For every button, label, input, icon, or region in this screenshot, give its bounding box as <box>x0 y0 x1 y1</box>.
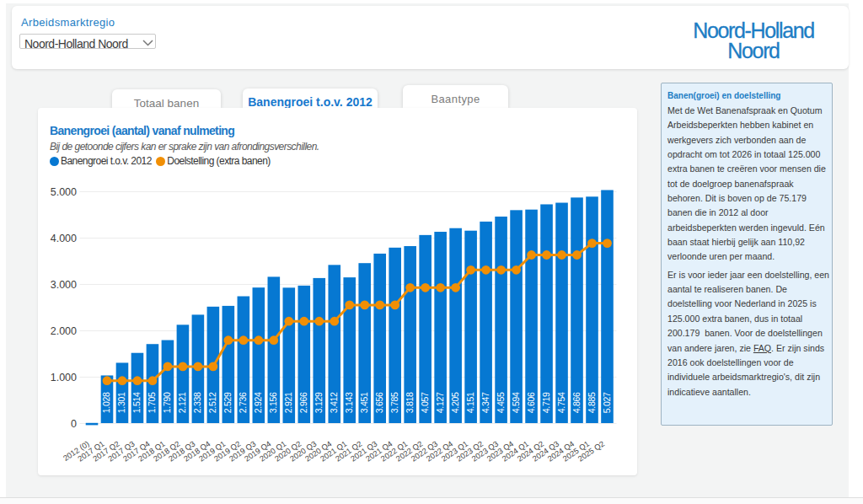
svg-text:4.151: 4.151 <box>465 392 475 413</box>
svg-text:2.338: 2.338 <box>192 392 202 413</box>
svg-text:1.301: 1.301 <box>116 392 126 413</box>
svg-text:3.818: 3.818 <box>405 392 415 413</box>
svg-text:4.057: 4.057 <box>420 392 430 413</box>
svg-text:1.790: 1.790 <box>162 392 172 413</box>
svg-text:2.512: 2.512 <box>207 392 217 413</box>
svg-text:4.127: 4.127 <box>435 392 445 413</box>
svg-text:3.143: 3.143 <box>344 392 354 413</box>
svg-text:3.412: 3.412 <box>329 392 339 413</box>
svg-text:1.000: 1.000 <box>51 372 77 383</box>
svg-text:1.705: 1.705 <box>147 392 157 413</box>
svg-text:3.785: 3.785 <box>389 392 399 413</box>
svg-text:4.885: 4.885 <box>587 392 597 413</box>
svg-text:4.866: 4.866 <box>571 392 582 413</box>
svg-text:4.719: 4.719 <box>541 392 551 413</box>
svg-text:0: 0 <box>71 418 77 430</box>
svg-text:5.027: 5.027 <box>602 392 612 413</box>
svg-text:4.347: 4.347 <box>480 392 490 413</box>
svg-text:3.656: 3.656 <box>374 392 384 413</box>
svg-text:5.000: 5.000 <box>51 186 77 198</box>
svg-text:2.736: 2.736 <box>238 392 248 413</box>
svg-text:4.754: 4.754 <box>556 392 566 413</box>
svg-text:2.921: 2.921 <box>283 392 293 413</box>
svg-text:1.028: 1.028 <box>101 392 111 413</box>
svg-text:4.455: 4.455 <box>496 392 506 413</box>
svg-text:4.205: 4.205 <box>450 392 460 413</box>
svg-text:1.514: 1.514 <box>131 392 142 413</box>
svg-text:4.000: 4.000 <box>51 233 77 244</box>
svg-text:3.156: 3.156 <box>268 392 278 413</box>
svg-text:2.000: 2.000 <box>51 325 77 337</box>
svg-text:2.529: 2.529 <box>222 392 233 413</box>
svg-text:2.121: 2.121 <box>177 392 187 413</box>
svg-text:3.451: 3.451 <box>359 392 369 413</box>
svg-text:3.129: 3.129 <box>314 392 324 413</box>
svg-text:3.000: 3.000 <box>51 279 77 291</box>
svg-text:4.594: 4.594 <box>511 392 521 413</box>
svg-text:2.966: 2.966 <box>298 392 308 413</box>
svg-text:4.606: 4.606 <box>526 392 536 413</box>
svg-text:2.924: 2.924 <box>253 392 263 413</box>
